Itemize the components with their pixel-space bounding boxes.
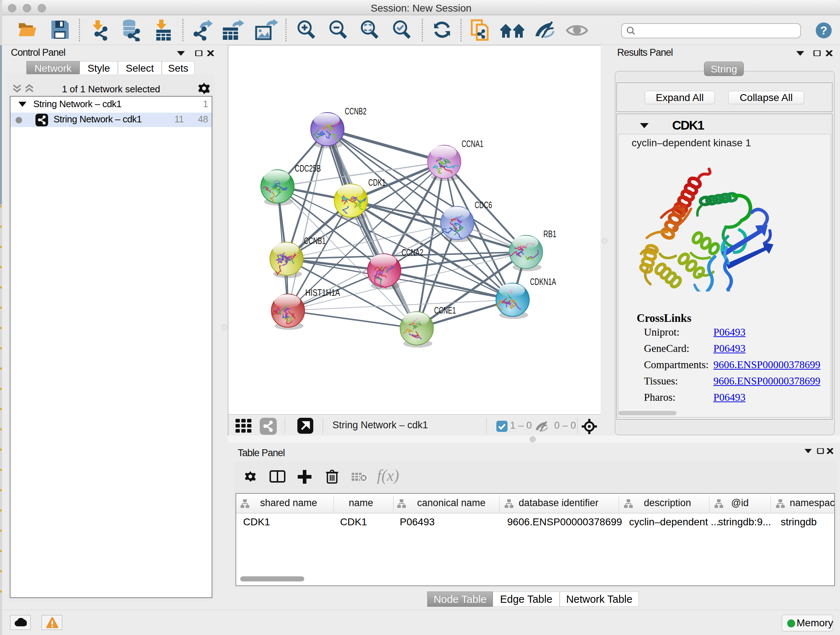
svg-text:CCNA2: CCNA2	[401, 247, 423, 258]
svg-text:HIST1H1A: HIST1H1A	[305, 287, 340, 298]
svg-text:CCNB2: CCNB2	[345, 106, 366, 117]
svg-text:CCNE1: CCNE1	[434, 305, 456, 316]
svg-text:?: ?	[820, 24, 827, 37]
svg-text:RB1: RB1	[543, 228, 556, 239]
svg-text:CCNB1: CCNB1	[304, 235, 325, 246]
svg-text:CDKN1A: CDKN1A	[530, 276, 556, 287]
svg-text:CCNA1: CCNA1	[462, 138, 483, 149]
svg-text:CDC25B: CDC25B	[295, 163, 321, 174]
svg-text:CDC6: CDC6	[475, 200, 492, 211]
svg-text:CDK1: CDK1	[368, 177, 386, 188]
